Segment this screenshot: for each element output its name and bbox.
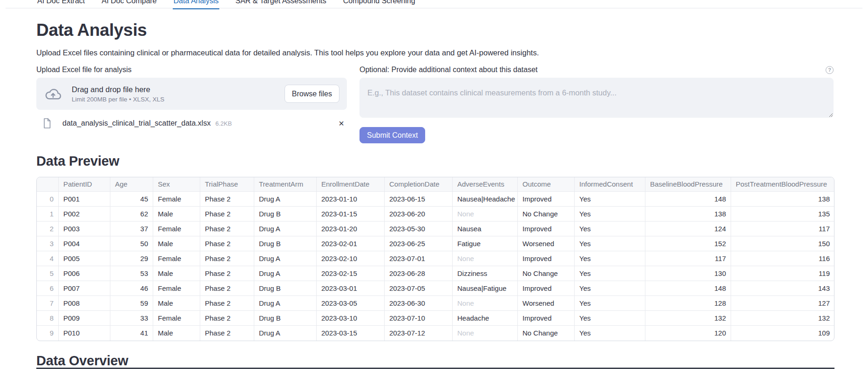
row-index-cell[interactable]: 7 xyxy=(37,296,59,311)
table-cell[interactable]: 130 xyxy=(645,266,731,281)
row-index-cell[interactable]: 4 xyxy=(37,251,59,266)
browse-files-button[interactable]: Browse files xyxy=(285,85,339,103)
table-cell[interactable]: P006 xyxy=(59,266,110,281)
table-cell[interactable]: 41 xyxy=(110,326,153,341)
row-index-cell[interactable]: 1 xyxy=(37,207,59,221)
table-cell[interactable]: P004 xyxy=(59,236,110,251)
table-cell[interactable]: Nausea|Headache xyxy=(453,192,518,207)
table-cell[interactable]: Yes xyxy=(575,266,645,281)
table-cell[interactable]: No Change xyxy=(518,207,575,221)
row-index-cell[interactable]: 2 xyxy=(37,221,59,236)
table-cell[interactable]: Improved xyxy=(518,251,575,266)
file-dropzone[interactable]: Drag and drop file here Limit 200MB per … xyxy=(36,78,347,110)
table-cell[interactable]: 2023-03-15 xyxy=(317,326,385,341)
table-cell[interactable]: None xyxy=(453,326,518,341)
table-cell[interactable]: 2023-02-15 xyxy=(317,266,385,281)
table-cell[interactable]: Yes xyxy=(575,281,645,296)
table-cell[interactable]: Nausea xyxy=(453,221,518,236)
table-cell[interactable]: 2023-06-20 xyxy=(385,207,453,221)
table-cell[interactable]: 46 xyxy=(110,281,153,296)
table-cell[interactable]: Male xyxy=(153,207,200,221)
table-cell[interactable]: Improved xyxy=(518,221,575,236)
table-cell[interactable]: Female xyxy=(153,251,200,266)
table-cell[interactable]: P009 xyxy=(59,311,110,326)
table-cell[interactable]: Yes xyxy=(575,296,645,311)
row-index-cell[interactable]: 9 xyxy=(37,326,59,341)
table-cell[interactable]: 2023-06-15 xyxy=(385,192,453,207)
table-cell[interactable]: P001 xyxy=(59,192,110,207)
column-header-enrollmentdate[interactable]: EnrollmentDate xyxy=(317,177,385,192)
table-cell[interactable]: 132 xyxy=(731,311,834,326)
table-cell[interactable]: 109 xyxy=(731,326,834,341)
table-cell[interactable]: Female xyxy=(153,281,200,296)
table-cell[interactable]: 2023-06-28 xyxy=(385,266,453,281)
table-cell[interactable]: Male xyxy=(153,266,200,281)
table-cell[interactable]: Male xyxy=(153,326,200,341)
table-cell[interactable]: Yes xyxy=(575,311,645,326)
table-cell[interactable]: No Change xyxy=(518,266,575,281)
table-cell[interactable]: 2023-07-12 xyxy=(385,326,453,341)
table-cell[interactable]: 135 xyxy=(731,207,834,221)
table-cell[interactable]: Phase 2 xyxy=(200,266,254,281)
row-index-cell[interactable]: 3 xyxy=(37,236,59,251)
table-cell[interactable]: 50 xyxy=(110,236,153,251)
table-cell[interactable]: Dizziness xyxy=(453,266,518,281)
table-cell[interactable]: Drug B xyxy=(254,207,317,221)
table-cell[interactable]: Drug B xyxy=(254,281,317,296)
table-cell[interactable]: 2023-01-10 xyxy=(317,192,385,207)
table-cell[interactable]: 128 xyxy=(645,296,731,311)
table-cell[interactable]: 119 xyxy=(731,266,834,281)
table-cell[interactable]: 2023-03-05 xyxy=(317,296,385,311)
table-cell[interactable]: Phase 2 xyxy=(200,192,254,207)
table-cell[interactable]: None xyxy=(453,251,518,266)
table-cell[interactable]: Nausea|Fatigue xyxy=(453,281,518,296)
table-cell[interactable]: 2023-06-25 xyxy=(385,236,453,251)
table-cell[interactable]: 117 xyxy=(645,251,731,266)
table-cell[interactable]: Phase 2 xyxy=(200,207,254,221)
table-cell[interactable]: 2023-07-10 xyxy=(385,311,453,326)
table-cell[interactable]: P002 xyxy=(59,207,110,221)
column-header-sex[interactable]: Sex xyxy=(153,177,200,192)
table-cell[interactable]: 148 xyxy=(645,192,731,207)
table-cell[interactable]: 2023-02-10 xyxy=(317,251,385,266)
table-cell[interactable]: 132 xyxy=(645,311,731,326)
table-cell[interactable]: 2023-06-30 xyxy=(385,296,453,311)
remove-file-button[interactable]: × xyxy=(339,119,344,128)
table-cell[interactable]: P007 xyxy=(59,281,110,296)
table-cell[interactable]: Phase 2 xyxy=(200,221,254,236)
table-cell[interactable]: Phase 2 xyxy=(200,326,254,341)
table-cell[interactable]: 29 xyxy=(110,251,153,266)
table-cell[interactable]: Female xyxy=(153,311,200,326)
table-cell[interactable]: P010 xyxy=(59,326,110,341)
row-index-cell[interactable]: 6 xyxy=(37,281,59,296)
table-cell[interactable]: 124 xyxy=(645,221,731,236)
row-index-cell[interactable]: 8 xyxy=(37,311,59,326)
table-cell[interactable]: P003 xyxy=(59,221,110,236)
column-header-baselinebloodpressure[interactable]: BaselineBloodPressure xyxy=(645,177,731,192)
table-cell[interactable]: Drug B xyxy=(254,311,317,326)
context-textarea[interactable] xyxy=(359,78,834,118)
table-cell[interactable]: Phase 2 xyxy=(200,251,254,266)
table-cell[interactable]: Drug B xyxy=(254,236,317,251)
table-cell[interactable]: Drug A xyxy=(254,192,317,207)
table-cell[interactable]: Male xyxy=(153,236,200,251)
table-cell[interactable]: None xyxy=(453,296,518,311)
table-cell[interactable]: Headache xyxy=(453,311,518,326)
table-cell[interactable]: 53 xyxy=(110,266,153,281)
table-cell[interactable]: Female xyxy=(153,221,200,236)
table-cell[interactable]: Yes xyxy=(575,207,645,221)
table-cell[interactable]: 117 xyxy=(731,221,834,236)
table-cell[interactable]: 2023-01-15 xyxy=(317,207,385,221)
table-cell[interactable]: 59 xyxy=(110,296,153,311)
table-cell[interactable]: Drug A xyxy=(254,266,317,281)
table-cell[interactable]: 2023-07-01 xyxy=(385,251,453,266)
table-cell[interactable]: Drug A xyxy=(254,251,317,266)
table-cell[interactable]: Fatigue xyxy=(453,236,518,251)
column-header-posttreatmentbloodpressure[interactable]: PostTreatmentBloodPressure xyxy=(731,177,834,192)
table-cell[interactable]: Improved xyxy=(518,192,575,207)
row-index-cell[interactable]: 5 xyxy=(37,266,59,281)
column-header-index[interactable] xyxy=(37,177,59,192)
help-icon[interactable]: ? xyxy=(826,66,834,74)
table-cell[interactable]: Male xyxy=(153,296,200,311)
column-header-age[interactable]: Age xyxy=(110,177,153,192)
